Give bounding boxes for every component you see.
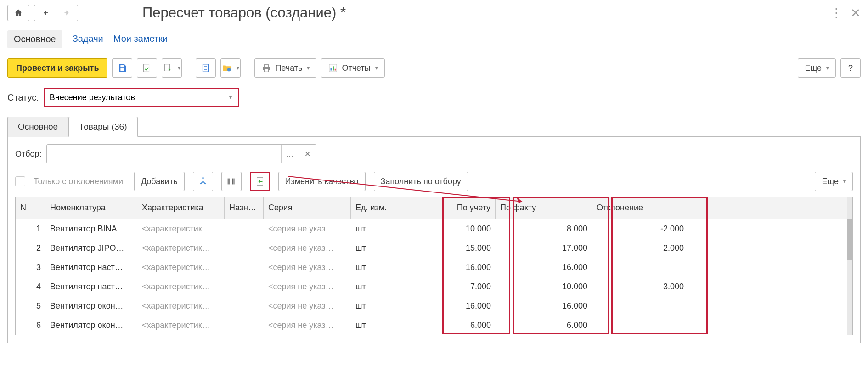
add-button[interactable]: Добавить <box>134 172 185 191</box>
scrollbar[interactable] <box>847 197 852 335</box>
cell-uch: 16.000 <box>443 296 496 316</box>
document-check-icon <box>142 63 152 73</box>
cell-dev: 3.000 <box>592 277 688 296</box>
cell-char: <характеристик… <box>137 258 225 277</box>
table-row[interactable]: 1 Вентилятор BINA… <характеристик… <сери… <box>16 219 847 238</box>
grid-more-button[interactable]: Еще <box>815 172 853 191</box>
filter-dots-button[interactable]: ... <box>281 145 299 163</box>
status-dropdown-icon[interactable]: ▾ <box>223 89 238 106</box>
page-title: Пересчет товаров (создание) * <box>142 5 826 21</box>
cell-uch: 7.000 <box>443 277 496 296</box>
chart-icon <box>328 63 338 73</box>
table-row[interactable]: 4 Вентилятор наст… <характеристик… <сери… <box>16 277 847 296</box>
close-icon[interactable]: ✕ <box>851 6 861 20</box>
link-tab-tasks[interactable]: Задачи <box>73 34 103 45</box>
col-ser[interactable]: Серия <box>264 197 351 219</box>
cell-nazn <box>225 238 264 258</box>
cell-nom: Вентилятор окон… <box>45 296 137 316</box>
based-on-button[interactable] <box>162 58 182 78</box>
col-nazn[interactable]: Назн… <box>225 197 264 219</box>
tab-main[interactable]: Основное <box>7 117 68 137</box>
tab-goods[interactable]: Товары (36) <box>68 117 137 137</box>
cell-ser: <серия не указ… <box>264 296 351 316</box>
cell-n: 5 <box>16 296 45 316</box>
filter-input[interactable] <box>47 145 281 163</box>
only-deviations-label: Только с отклонениями <box>34 177 123 186</box>
col-char[interactable]: Характеристика <box>137 197 225 219</box>
link-tab-main[interactable]: Основное <box>7 30 62 48</box>
cell-n: 1 <box>16 219 45 238</box>
import-button[interactable] <box>250 172 270 191</box>
table-row[interactable]: 5 Вентилятор окон… <характеристик… <сери… <box>16 296 847 316</box>
cell-dev <box>592 316 688 335</box>
change-quality-button[interactable]: Изменить качество <box>278 172 366 191</box>
cell-char: <характеристик… <box>137 277 225 296</box>
home-icon <box>14 8 23 17</box>
only-deviations-checkbox[interactable] <box>15 176 25 186</box>
cell-n: 4 <box>16 277 45 296</box>
cell-n: 6 <box>16 316 45 335</box>
cell-fact: 16.000 <box>496 258 592 277</box>
document-icon <box>201 63 211 73</box>
status-input[interactable] <box>45 89 223 106</box>
status-combo[interactable]: ▾ <box>44 88 239 107</box>
cell-um: шт <box>351 258 443 277</box>
cell-ser: <серия не указ… <box>264 316 351 335</box>
split-button[interactable] <box>193 172 213 191</box>
cell-nazn <box>225 296 264 316</box>
col-um[interactable]: Ед. изм. <box>351 197 443 219</box>
doc-icon-button[interactable] <box>196 58 216 78</box>
table-row[interactable]: 6 Вентилятор окон… <характеристик… <сери… <box>16 316 847 335</box>
cell-nom: Вентилятор BINA… <box>45 219 137 238</box>
forward-button[interactable] <box>56 5 78 21</box>
svg-rect-25 <box>233 179 234 185</box>
col-nom[interactable]: Номенклатура <box>45 197 137 219</box>
post-and-close-button[interactable]: Провести и закрыть <box>7 58 107 78</box>
post-button[interactable] <box>137 58 157 78</box>
kebab-menu-icon[interactable]: ⋮ <box>830 6 842 20</box>
cell-uch: 15.000 <box>443 238 496 258</box>
home-button[interactable] <box>7 5 29 21</box>
cell-um: шт <box>351 238 443 258</box>
filter-clear-button[interactable]: ✕ <box>299 145 316 163</box>
cell-nom: Вентилятор наст… <box>45 258 137 277</box>
back-button[interactable] <box>34 5 56 21</box>
cell-fact: 10.000 <box>496 277 592 296</box>
help-button[interactable]: ? <box>840 58 861 78</box>
cell-um: шт <box>351 277 443 296</box>
col-uch[interactable]: По учету <box>443 197 496 219</box>
save-button[interactable] <box>112 58 132 78</box>
print-label: Печать <box>275 63 302 73</box>
cell-fact: 8.000 <box>496 219 592 238</box>
folder-button[interactable] <box>220 58 241 78</box>
cell-nazn <box>225 258 264 277</box>
svg-rect-24 <box>232 179 232 185</box>
fill-by-filter-button[interactable]: Заполнить по отбору <box>374 172 468 191</box>
table-row[interactable]: 2 Вентилятор JIPO… <характеристик… <сери… <box>16 238 847 258</box>
cell-char: <характеристик… <box>137 296 225 316</box>
cell-char: <характеристик… <box>137 219 225 238</box>
cell-ser: <серия не указ… <box>264 258 351 277</box>
barcode-button[interactable] <box>221 172 242 191</box>
col-fact[interactable]: По факту <box>496 197 592 219</box>
printer-icon <box>261 63 271 73</box>
cell-uch: 6.000 <box>443 316 496 335</box>
table-row[interactable]: 3 Вентилятор наст… <характеристик… <сери… <box>16 258 847 277</box>
col-dev[interactable]: Отклонение <box>592 197 688 219</box>
svg-point-10 <box>227 68 231 71</box>
link-tab-notes[interactable]: Мои заметки <box>113 34 168 45</box>
cell-char: <характеристик… <box>137 238 225 258</box>
print-button[interactable]: Печать <box>254 58 316 78</box>
col-n[interactable]: N <box>16 197 45 219</box>
reports-label: Отчеты <box>342 63 370 73</box>
cell-nazn <box>225 219 264 238</box>
svg-point-19 <box>200 183 202 185</box>
cell-um: шт <box>351 316 443 335</box>
cell-n: 3 <box>16 258 45 277</box>
cell-dev <box>592 258 688 277</box>
more-button[interactable]: Еще <box>798 58 836 78</box>
cell-nom: Вентилятор JIPO… <box>45 238 137 258</box>
cell-ser: <серия не указ… <box>264 219 351 238</box>
reports-button[interactable]: Отчеты <box>321 58 384 78</box>
cell-uch: 16.000 <box>443 258 496 277</box>
